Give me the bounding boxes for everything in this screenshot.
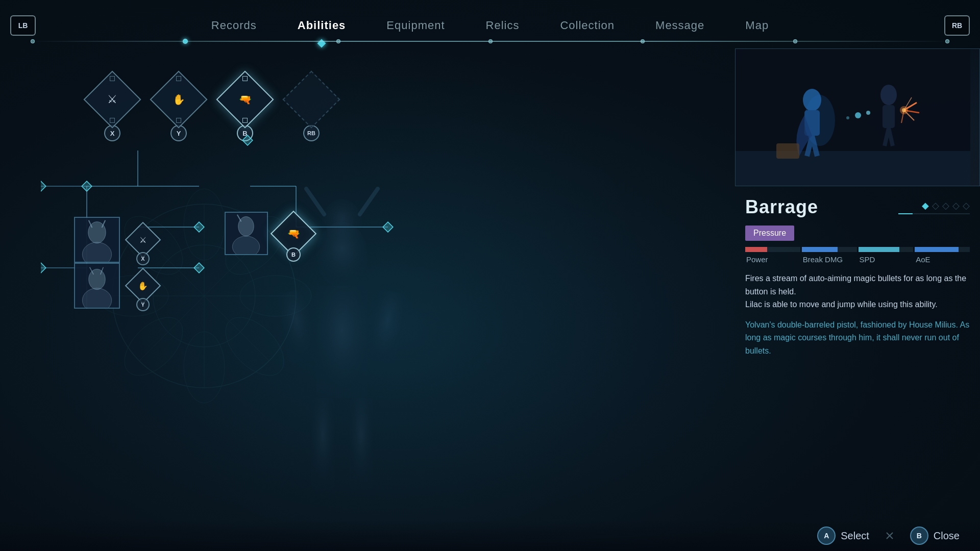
char-node-2[interactable]: [225, 212, 268, 255]
star-2: ◇: [932, 200, 939, 211]
tree-node-b-label: B: [286, 247, 301, 262]
star-3: ◇: [942, 200, 949, 211]
left-trigger-button[interactable]: LB: [10, 15, 36, 36]
bottom-bar: A Select B Close: [0, 520, 980, 551]
nav-item-relics[interactable]: Relics: [465, 15, 540, 36]
stat-spd-bar-bg: [859, 247, 914, 252]
skill-node-y[interactable]: ✋ Y: [158, 79, 199, 141]
stat-power-bar-bg: [745, 247, 800, 252]
svg-rect-50: [311, 398, 334, 490]
svg-point-69: [846, 116, 849, 119]
svg-rect-25: [383, 222, 393, 232]
tree-node-b-icon: 🔫: [287, 228, 300, 240]
skill-tree-node-b-selected[interactable]: 🔫 B: [276, 216, 311, 252]
nav-dot-3: [336, 39, 340, 43]
skill-node-b[interactable]: 🔫 B: [225, 79, 265, 141]
ability-rating: ◆ ◇ ◇ ◇ ◇: [898, 200, 970, 214]
char-portrait-1: [75, 217, 119, 263]
ability-preview-image: [735, 48, 980, 186]
ability-lore: Yolvan's double-barreled pistol, fashion…: [745, 318, 970, 358]
connector-junction: [240, 133, 255, 150]
svg-point-41: [232, 236, 259, 255]
preview-scene: [736, 49, 979, 186]
char-portrait-3: [75, 263, 119, 309]
nav-items-container: Records Abilities Equipment Relics Colle…: [36, 15, 944, 36]
stat-label-spd: SPD: [859, 255, 914, 264]
nav-item-equipment[interactable]: Equipment: [366, 15, 465, 36]
svg-point-67: [855, 112, 861, 118]
svg-rect-30: [194, 263, 204, 273]
skill-x-icon: ⚔: [107, 93, 117, 106]
x-separator-icon: [886, 532, 894, 540]
star-1: ◆: [922, 200, 929, 211]
stat-power: [745, 247, 800, 252]
svg-rect-32: [41, 263, 46, 273]
select-label: Select: [841, 530, 869, 542]
nav-item-message[interactable]: Message: [635, 15, 725, 36]
skill-tree-node-x[interactable]: ⚔ X: [128, 224, 158, 255]
stat-label-break: Break DMG: [802, 255, 857, 264]
char-node-1[interactable]: [74, 217, 120, 263]
level-bar-fill: [898, 213, 913, 214]
stat-break-bar-bg: [802, 247, 857, 252]
level-bar: [898, 213, 970, 214]
star-4: ◇: [952, 200, 960, 211]
bottom-btn-close[interactable]: B Close: [910, 527, 960, 545]
tree-node-y-label: Y: [136, 298, 150, 311]
stat-spd: [859, 247, 914, 252]
ability-tag-badge: Pressure: [745, 226, 794, 241]
tree-node-y-icon: ✋: [138, 281, 148, 291]
stats-visual-bars: [745, 247, 970, 252]
nav-dot-5: [641, 39, 645, 43]
star-rating: ◆ ◇ ◇ ◇ ◇: [922, 200, 970, 211]
nav-item-collection[interactable]: Collection: [540, 15, 635, 36]
svg-rect-28: [41, 181, 46, 191]
nav-item-records[interactable]: Records: [191, 15, 277, 36]
right-trigger-button[interactable]: RB: [944, 15, 970, 36]
nav-item-abilities[interactable]: Abilities: [277, 15, 366, 36]
stat-aoe-bar-bg: [915, 247, 970, 252]
ability-description: Fires a stream of auto-aiming magic bull…: [745, 272, 970, 311]
stats-bars: Power Break DMG SPD AoE: [745, 247, 970, 264]
a-button-icon: A: [817, 527, 836, 545]
svg-point-44: [89, 269, 105, 290]
skill-y-icon: ✋: [173, 93, 185, 106]
skill-node-x[interactable]: ⚔ X: [92, 79, 133, 141]
stat-break-bar-fill: [802, 247, 838, 252]
ability-info-panel: Barrage ◆ ◇ ◇ ◇ ◇ Pressure: [735, 186, 980, 358]
skill-b-icon: 🔫: [239, 93, 252, 106]
nav-dot-6: [793, 39, 797, 43]
stat-aoe-bar-fill: [915, 247, 959, 252]
battle-scene-svg: [736, 49, 970, 186]
ability-tree: ⚔ X ✋ Y: [41, 64, 480, 319]
char-node-3[interactable]: [74, 263, 120, 309]
right-panel: Barrage ◆ ◇ ◇ ◇ ◇ Pressure: [735, 48, 980, 520]
equipped-skills-row: ⚔ X ✋ Y: [92, 79, 332, 141]
b-button-icon: B: [910, 527, 928, 545]
svg-point-68: [866, 111, 870, 115]
star-5: ◇: [963, 200, 970, 211]
tree-row-3: ✋ Y: [74, 263, 158, 309]
close-label: Close: [934, 530, 960, 542]
button-separator: [885, 531, 895, 541]
char-portrait-2: [226, 212, 267, 255]
stat-label-power: Power: [745, 255, 800, 264]
bottom-buttons-container: A Select B Close: [817, 527, 960, 545]
skill-node-rb[interactable]: RB: [291, 79, 332, 141]
svg-rect-58: [736, 151, 970, 186]
svg-point-76: [902, 108, 906, 112]
svg-point-78: [804, 95, 835, 146]
stat-label-aoe: AoE: [915, 255, 970, 264]
svg-point-63: [880, 85, 897, 105]
svg-rect-15: [242, 135, 253, 145]
bottom-btn-select[interactable]: A Select: [817, 527, 869, 545]
svg-rect-51: [350, 398, 373, 490]
svg-rect-21: [194, 222, 204, 232]
stat-break-dmg: [802, 247, 857, 252]
nav-dot-active: [183, 39, 188, 44]
nav-item-map[interactable]: Map: [725, 15, 789, 36]
stat-power-bar-fill: [745, 247, 767, 252]
navigation-bar: LB Records Abilities Equipment Relics Co…: [0, 0, 980, 46]
svg-rect-19: [82, 181, 92, 191]
skill-tree-node-y[interactable]: ✋ Y: [128, 270, 158, 301]
